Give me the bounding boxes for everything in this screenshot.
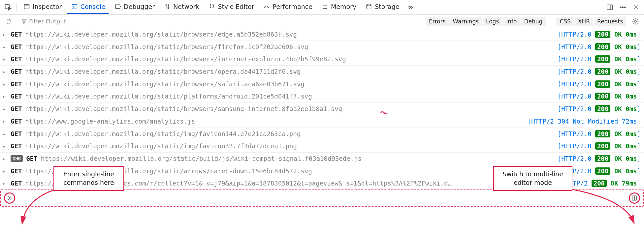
request-url[interactable]: https://wiki.developer.mozilla.org/stati… (41, 155, 554, 163)
tab-debugger[interactable]: Debugger (111, 0, 159, 14)
request-method: GET (26, 155, 37, 163)
meatballs-menu-button[interactable] (617, 1, 629, 13)
request-method: GET (11, 55, 22, 63)
expand-arrow-icon[interactable]: ▸ (2, 92, 7, 101)
request-url[interactable]: https://wiki.developer.mozilla.org/stati… (25, 30, 554, 39)
request-url[interactable]: https://www.google-analytics.com/analyti… (25, 117, 524, 126)
tab-label: Memory (331, 3, 356, 10)
tab-inspector[interactable]: Inspector (19, 0, 66, 14)
request-url[interactable]: https://wiki.developer.mozilla.org/stati… (25, 43, 554, 51)
svg-point-10 (622, 7, 623, 8)
tab-style-editor[interactable]: Style Editor (205, 0, 258, 14)
expand-arrow-icon[interactable]: ▸ (2, 55, 7, 63)
overflow-tabs-button[interactable] (405, 1, 417, 13)
console-settings-button[interactable] (629, 15, 641, 27)
request-method: GET (11, 117, 22, 126)
console-network-row[interactable]: ▸GEThttps://wiki.developer.mozilla.org/s… (0, 103, 644, 115)
filter-warnings[interactable]: Warnings (449, 17, 482, 26)
console-toolbar: Filter Output Errors Warnings Logs Info … (0, 14, 644, 28)
dock-side-button[interactable] (604, 1, 616, 13)
tab-label: Performance (273, 3, 312, 10)
console-network-row[interactable]: ▸GEThttps://wiki.developer.mozilla.org/s… (0, 140, 644, 153)
svg-point-14 (634, 20, 636, 22)
expand-arrow-icon[interactable]: ▸ (2, 105, 7, 113)
tab-performance[interactable]: Performance (259, 0, 316, 14)
request-url[interactable]: https://wiki.developer.mozilla.org/stati… (25, 130, 554, 138)
request-status: [HTTP/2.0 200 OK 0ms] (558, 55, 641, 63)
request-status: [HTTP/2.0 200 OK 0ms] (558, 30, 641, 39)
expand-arrow-icon[interactable]: ▸ (2, 155, 7, 163)
console-network-row[interactable]: ▸GEThttps://wiki.developer.mozilla.org/s… (0, 28, 644, 41)
tab-storage[interactable]: Storage (362, 0, 403, 14)
filter-logs[interactable]: Logs (483, 17, 502, 26)
tab-label: Console (80, 3, 105, 10)
tab-console[interactable]: Console (67, 0, 109, 14)
expand-arrow-icon[interactable]: ▸ (2, 167, 7, 175)
annotation-arrow-right-icon (567, 186, 640, 207)
svg-point-11 (625, 7, 626, 8)
request-url[interactable]: https://wiki.developer.mozilla.org/stati… (25, 142, 554, 150)
request-url[interactable]: https://wiki.developer.mozilla.org/stati… (25, 55, 554, 63)
expand-arrow-icon[interactable]: ▸ (2, 30, 7, 39)
console-output: ▸GEThttps://wiki.developer.mozilla.org/s… (0, 28, 644, 190)
console-prompt-icon[interactable] (4, 192, 15, 204)
level-filter-group: Errors Warnings Logs Info Debug (426, 17, 546, 26)
request-status: [HTTP/2.0 200 OK 0ms] (558, 142, 641, 150)
console-network-row[interactable]: ▸GEThttps://wiki.developer.mozilla.org/s… (0, 90, 644, 103)
request-url[interactable]: https://wiki.developer.mozilla.org/stati… (25, 105, 554, 113)
console-input-row[interactable] (0, 189, 644, 207)
filter-xhr[interactable]: XHR (575, 17, 593, 26)
request-status: [HTTP/2.0 200 OK 0ms] (558, 155, 641, 163)
svg-point-9 (620, 7, 621, 8)
expand-arrow-icon[interactable]: ▸ (2, 68, 7, 76)
filter-requests[interactable]: Requests (594, 17, 626, 26)
console-network-row[interactable]: ▸GEThttps://wiki.developer.mozilla.org/s… (0, 78, 644, 91)
console-network-row[interactable]: ▸GEThttps://wiki.developer.mozilla.org/s… (0, 66, 644, 78)
annotation-single-line: Enter single-line commands here (53, 166, 124, 191)
console-network-row[interactable]: ▸GEThttps://wiki.developer.mozilla.org/s… (0, 128, 644, 140)
filter-placeholder: Filter Output (29, 18, 66, 25)
expand-arrow-icon[interactable]: ▸ (2, 179, 7, 188)
console-network-row[interactable]: ▸XHRGEThttps://wiki.developer.mozilla.or… (0, 153, 644, 165)
expand-arrow-icon[interactable]: ▸ (2, 130, 7, 138)
expand-arrow-icon[interactable]: ▸ (2, 142, 7, 150)
devtools-tabs: Inspector Console Debugger Network Style… (0, 0, 644, 14)
expand-arrow-icon[interactable]: ▸ (2, 80, 7, 88)
request-method: GET (11, 30, 22, 39)
tab-label: Debugger (124, 3, 155, 10)
request-method: GET (11, 130, 22, 138)
tab-label: Storage (375, 3, 399, 10)
console-network-row[interactable]: ▸GEThttps://www.google-analytics.com/ana… (0, 115, 644, 128)
clear-console-button[interactable] (3, 15, 15, 27)
request-url[interactable]: https://wiki.developer.mozilla.org/stati… (25, 80, 554, 88)
request-method: GET (11, 68, 22, 76)
tab-memory[interactable]: Memory (318, 0, 360, 14)
request-method: GET (11, 43, 22, 51)
expand-arrow-icon[interactable]: ▸ (2, 43, 7, 51)
request-status: [HTTP/2 304 Not Modified 72ms] (528, 117, 641, 126)
request-status: [HTTP/2.0 200 OK 0ms] (558, 92, 641, 101)
filter-errors[interactable]: Errors (426, 17, 449, 26)
request-status: [HTTP/2.0 200 OK 0ms] (558, 80, 641, 88)
pick-element-button[interactable] (2, 1, 14, 13)
xhr-badge: XHR (11, 155, 23, 162)
scribble-mark-icon (380, 110, 393, 115)
request-method: GET (11, 80, 22, 88)
request-url[interactable]: https://wiki.developer.mozilla.org/stati… (25, 68, 554, 76)
request-url[interactable]: https://wiki.developer.mozilla.org/stati… (25, 92, 554, 101)
close-devtools-button[interactable] (630, 1, 642, 13)
svg-line-4 (267, 7, 268, 8)
console-network-row[interactable]: ▸GEThttps://wiki.developer.mozilla.org/s… (0, 53, 644, 66)
separator (16, 3, 17, 12)
filter-info[interactable]: Info (503, 17, 520, 26)
filter-css[interactable]: CSS (556, 17, 574, 26)
expand-arrow-icon[interactable]: ▸ (2, 117, 7, 126)
svg-rect-7 (607, 5, 613, 10)
filter-output-input[interactable]: Filter Output (21, 16, 422, 26)
tab-network[interactable]: Network (160, 0, 203, 14)
console-network-row[interactable]: ▸GEThttps://wiki.developer.mozilla.org/s… (0, 41, 644, 53)
svg-point-6 (367, 4, 371, 6)
filter-debug[interactable]: Debug (521, 17, 546, 26)
request-status: [HTTP/2.0 200 OK 0ms] (558, 43, 641, 51)
funnel-icon (21, 18, 27, 24)
